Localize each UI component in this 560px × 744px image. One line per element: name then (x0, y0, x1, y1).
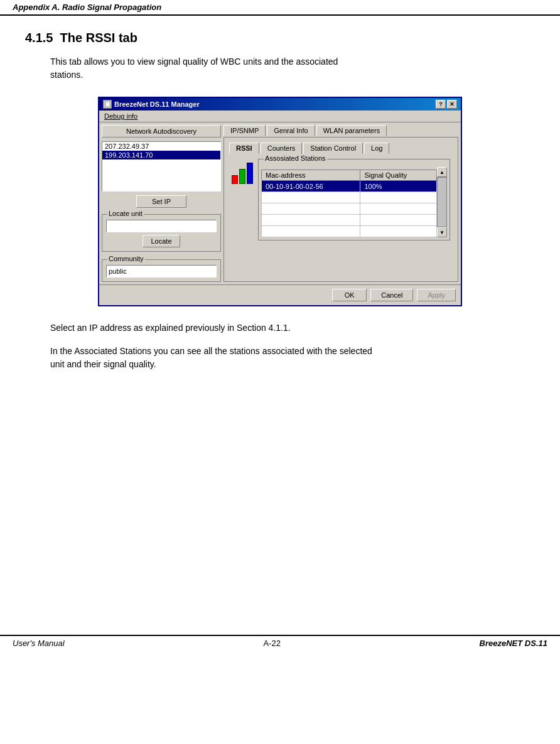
section-title: 4.1.5 The RSSI tab (25, 31, 535, 45)
cell-mac (262, 226, 360, 237)
locate-unit-group: Locate unit Locate (102, 214, 221, 252)
right-panel: IP/SNMP Genral Info WLAN parameters RSSI… (223, 125, 458, 282)
locate-button[interactable]: Locate (143, 235, 180, 247)
dialog-icon: 🖥 (103, 100, 112, 109)
community-input[interactable] (106, 265, 217, 278)
page-header: Appendix A. Radio Signal Propagation (0, 0, 560, 16)
cell-quality (360, 226, 437, 237)
menu-bar: Debug info (99, 111, 461, 122)
scrollbar: ▲ ▼ (437, 167, 447, 237)
apply-button[interactable]: Apply (417, 289, 456, 301)
cell-mac (262, 192, 360, 203)
cell-quality (360, 215, 437, 226)
cell-quality (360, 192, 437, 203)
stations-table: Mac-address Signal Quality 00-10-91-00-0 (261, 170, 437, 237)
tab-station-control[interactable]: Station Control (303, 143, 363, 154)
footer-left: User's Manual (13, 639, 65, 648)
assoc-group-title: Assosiated Stations (264, 154, 327, 162)
table-row[interactable] (262, 203, 437, 215)
scroll-down-button[interactable]: ▼ (437, 227, 447, 237)
post-text-2: In the Associated Stations you can see a… (50, 345, 535, 371)
associated-stations-group: Assosiated Stations Mac-address Signal Q… (258, 159, 450, 240)
dialog-title: BreezeNet DS.11 Manager (114, 100, 200, 108)
ok-button[interactable]: OK (332, 289, 367, 301)
bottom-tabs: RSSI Counters Station Control Log (229, 143, 453, 154)
locate-unit-label: Locate unit (107, 210, 144, 217)
ip-list[interactable]: 207.232.49.37 199.203.141.70 (102, 141, 221, 191)
tab-ip-snmp[interactable]: IP/SNMP (223, 125, 266, 136)
dialog-footer: OK Cancel Apply (99, 284, 461, 305)
rssi-bar-2 (239, 169, 245, 184)
cell-quality (360, 203, 437, 215)
tab-wlan-parameters[interactable]: WLAN parameters (316, 125, 387, 136)
scroll-track (437, 177, 447, 227)
table-row[interactable] (262, 226, 437, 237)
rssi-bar-1 (232, 175, 238, 184)
tab-log[interactable]: Log (364, 143, 389, 154)
post-text-1: Select an IP address as explained previo… (50, 321, 535, 335)
footer-right: BreezeNET DS.11 (480, 639, 547, 648)
rssi-bars-icon (232, 159, 253, 184)
tab-rssi[interactable]: RSSI (229, 143, 259, 154)
appendix-title: Appendix A. Radio Signal Propagation (13, 3, 161, 12)
cell-mac: 00-10-91-00-02-56 (262, 181, 360, 192)
community-label: Community (107, 255, 145, 262)
title-buttons: ? ✕ (436, 100, 457, 109)
dialog-wrapper: 🖥 BreezeNet DS.11 Manager ? ✕ Debug info (25, 97, 535, 306)
footer-center: A-22 (263, 639, 280, 648)
debug-info-menu[interactable]: Debug info (102, 112, 140, 121)
table-row[interactable] (262, 215, 437, 226)
community-group: Community (102, 259, 221, 282)
rssi-content: Assosiated Stations Mac-address Signal Q… (229, 154, 453, 251)
tab-genral-info[interactable]: Genral Info (267, 125, 315, 136)
title-left: 🖥 BreezeNet DS.11 Manager (103, 100, 200, 109)
ip-item-2[interactable]: 199.203.141.70 (102, 151, 220, 159)
autodiscovery-button[interactable]: Network Autodiscovery (102, 125, 221, 137)
cell-quality: 100% (360, 181, 437, 192)
title-bar: 🖥 BreezeNet DS.11 Manager ? ✕ (99, 98, 461, 111)
top-tabs: IP/SNMP Genral Info WLAN parameters (223, 125, 458, 136)
left-panel: Network Autodiscovery 207.232.49.37 199.… (102, 125, 221, 282)
table-row[interactable] (262, 192, 437, 203)
page-content: 4.1.5 The RSSI tab This tab allows you t… (0, 16, 560, 396)
col-mac: Mac-address (262, 170, 360, 181)
cell-mac (262, 203, 360, 215)
close-button[interactable]: ✕ (447, 100, 457, 109)
section-description: This tab allows you to view signal quali… (50, 55, 535, 82)
tab-content: RSSI Counters Station Control Log (223, 137, 458, 282)
rssi-bar-3 (247, 163, 253, 184)
stations-table-container: Mac-address Signal Quality 00-10-91-00-0 (261, 167, 447, 237)
col-quality: Signal Quality (360, 170, 437, 181)
tab-counters[interactable]: Counters (261, 143, 303, 154)
scroll-up-button[interactable]: ▲ (437, 167, 447, 177)
page-footer: User's Manual A-22 BreezeNET DS.11 (0, 635, 560, 650)
cell-mac (262, 215, 360, 226)
rssi-icon-area: Assosiated Stations Mac-address Signal Q… (232, 159, 450, 240)
dialog-body: Network Autodiscovery 207.232.49.37 199.… (99, 122, 461, 284)
table-row[interactable]: 00-10-91-00-02-56 100% (262, 181, 437, 192)
help-button[interactable]: ? (436, 100, 446, 109)
ip-item-1[interactable]: 207.232.49.37 (102, 142, 220, 151)
locate-input[interactable] (106, 220, 217, 232)
cancel-button[interactable]: Cancel (370, 289, 413, 301)
win-dialog: 🖥 BreezeNet DS.11 Manager ? ✕ Debug info (98, 97, 462, 306)
set-ip-button[interactable]: Set IP (136, 195, 186, 208)
